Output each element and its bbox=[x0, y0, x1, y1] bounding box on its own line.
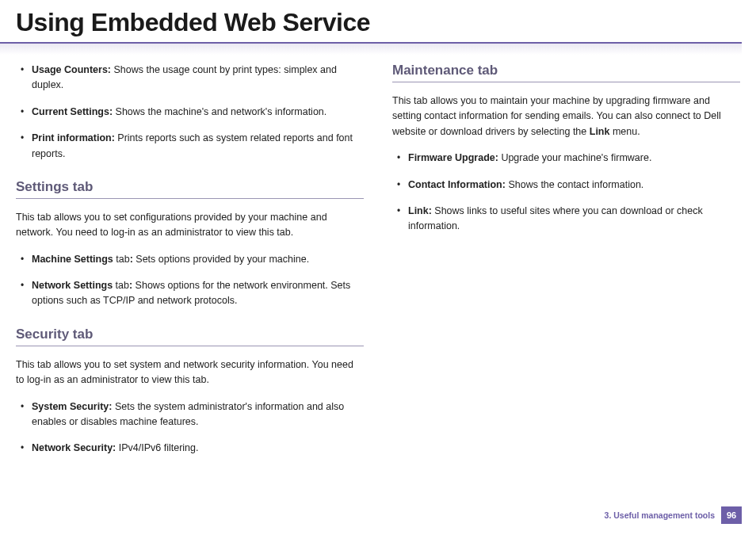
maintenance-desc: This tab allows you to maintain your mac… bbox=[392, 94, 740, 139]
term: Machine Settings bbox=[32, 254, 113, 265]
desc-pre: This tab allows you to maintain your mac… bbox=[392, 95, 721, 137]
list-item: Current Settings: Shows the machine's an… bbox=[16, 105, 364, 120]
left-column: Usage Counters: Shows the usage count by… bbox=[16, 63, 364, 468]
list-item: Contact Information: Shows the contact i… bbox=[392, 178, 740, 193]
settings-heading: Settings tab bbox=[16, 179, 364, 195]
list-item: Print information: Prints reports such a… bbox=[16, 131, 364, 162]
term: Firmware Upgrade: bbox=[408, 152, 498, 163]
content-columns: Usage Counters: Shows the usage count by… bbox=[0, 44, 756, 468]
info-tab-items: Usage Counters: Shows the usage count by… bbox=[16, 63, 364, 162]
security-desc: This tab allows you to set system and ne… bbox=[16, 357, 364, 388]
list-item: Machine Settings tab: Sets options provi… bbox=[16, 252, 364, 267]
term: Print information: bbox=[32, 132, 115, 143]
desc: IPv4/IPv6 filtering. bbox=[116, 442, 198, 453]
desc: Shows the machine's and network's inform… bbox=[113, 106, 326, 117]
desc-post: menu. bbox=[609, 126, 640, 137]
section-rule bbox=[16, 346, 364, 346]
footer-page-number: 96 bbox=[721, 506, 742, 524]
security-items: System Security: Sets the system adminis… bbox=[16, 399, 364, 457]
term: Usage Counters: bbox=[32, 64, 111, 75]
footer: 3. Useful management tools 96 bbox=[605, 506, 742, 524]
term: Network Security: bbox=[32, 442, 116, 453]
right-column: Maintenance tab This tab allows you to m… bbox=[392, 63, 740, 468]
settings-desc: This tab allows you to set configuration… bbox=[16, 210, 364, 241]
maintenance-heading: Maintenance tab bbox=[392, 63, 740, 78]
desc: Shows links to useful sites where you ca… bbox=[408, 205, 703, 231]
term: System Security: bbox=[32, 401, 112, 412]
section-rule bbox=[16, 198, 364, 199]
mid: tab bbox=[113, 280, 129, 291]
settings-items: Machine Settings tab: Sets options provi… bbox=[16, 252, 364, 309]
term: Current Settings: bbox=[32, 106, 113, 117]
footer-chapter: 3. Useful management tools bbox=[605, 510, 715, 520]
section-rule bbox=[392, 82, 740, 82]
desc: Upgrade your machine's firmware. bbox=[498, 152, 651, 163]
desc: Shows the contact information. bbox=[506, 179, 643, 190]
maintenance-items: Firmware Upgrade: Upgrade your machine's… bbox=[392, 151, 740, 235]
list-item: Usage Counters: Shows the usage count by… bbox=[16, 63, 364, 94]
security-heading: Security tab bbox=[16, 327, 364, 342]
title-rule bbox=[0, 42, 742, 44]
list-item: Link: Shows links to useful sites where … bbox=[392, 204, 740, 235]
list-item: System Security: Sets the system adminis… bbox=[16, 399, 364, 430]
term: Contact Information: bbox=[408, 179, 506, 190]
mid: tab bbox=[113, 254, 130, 265]
list-item: Firmware Upgrade: Upgrade your machine's… bbox=[392, 151, 740, 166]
list-item: Network Security: IPv4/IPv6 filtering. bbox=[16, 441, 364, 456]
desc-bold: Link bbox=[590, 126, 610, 137]
page-title: Using Embedded Web Service bbox=[0, 0, 756, 42]
term: Network Settings bbox=[32, 280, 113, 291]
list-item: Network Settings tab: Shows options for … bbox=[16, 278, 364, 309]
term: Link: bbox=[408, 205, 432, 216]
desc: Sets options provided by your machine. bbox=[133, 254, 309, 265]
